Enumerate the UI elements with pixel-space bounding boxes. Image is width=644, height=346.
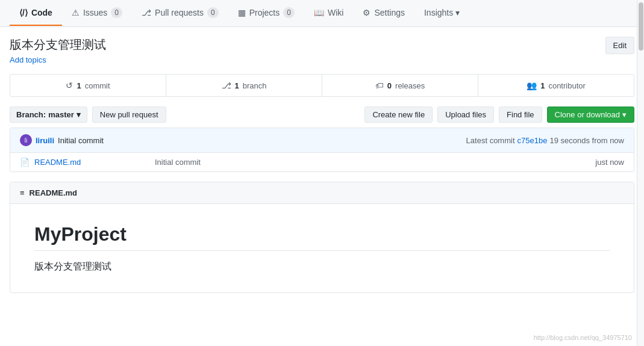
branches-icon: ⎇ [222, 81, 231, 90]
releases-count: 0 [387, 81, 392, 90]
branches-label: branch [243, 81, 267, 90]
avatar: li [20, 134, 32, 146]
stat-branches[interactable]: ⎇ 1 branch [166, 75, 322, 96]
stats-bar: ↺ 1 commit ⎇ 1 branch 🏷 0 releases 👥 1 c… [10, 74, 634, 97]
file-time: just now [595, 158, 624, 167]
pull-requests-icon: ⎇ [142, 8, 151, 17]
projects-badge: 0 [283, 7, 295, 18]
new-pull-request-button[interactable]: New pull request [92, 107, 166, 123]
action-bar: Branch: master ▾ New pull request Create… [0, 102, 644, 128]
stat-releases[interactable]: 🏷 0 releases [322, 75, 478, 96]
code-icon: ⟨/⟩ [19, 8, 28, 17]
contributors-label: contributor [548, 81, 585, 90]
releases-icon: 🏷 [375, 81, 384, 90]
commit-hash[interactable]: c75e1be [517, 136, 548, 145]
branch-name: master [48, 110, 74, 119]
issues-icon: ⚠ [72, 8, 80, 17]
action-left: Branch: master ▾ New pull request [10, 107, 166, 123]
action-right: Create new file Upload files Find file C… [364, 107, 634, 123]
commits-label: commit [85, 81, 110, 90]
branch-selector[interactable]: Branch: master ▾ [10, 107, 87, 123]
file-table: li liruili Initial commit Latest commit … [10, 128, 634, 172]
readme-box: ≡ README.md MyProject 版本分支管理测试 [10, 182, 634, 293]
repo-header: 版本分支管理测试 Add topics Edit [0, 27, 644, 69]
find-file-button[interactable]: Find file [499, 107, 542, 123]
clone-or-download-button[interactable]: Clone or download ▾ [547, 107, 634, 123]
tab-insights[interactable]: Insights ▾ [414, 1, 469, 26]
projects-icon: ▦ [238, 8, 246, 17]
add-topics-link[interactable]: Add topics [10, 55, 106, 64]
readme-filename: README.md [30, 188, 77, 197]
commit-message: Initial commit [58, 136, 104, 145]
pull-requests-badge: 0 [207, 7, 219, 18]
commit-info: li liruili Initial commit [20, 134, 461, 146]
issues-badge: 0 [111, 7, 122, 18]
repo-title: 版本分支管理测试 [10, 37, 106, 53]
tab-issues[interactable]: ⚠ Issues 0 [62, 0, 132, 26]
tab-code[interactable]: ⟨/⟩ Code [10, 1, 62, 26]
commits-count: 1 [77, 81, 81, 90]
contributors-icon: 👥 [527, 81, 537, 90]
releases-label: releases [395, 81, 425, 90]
readme-icon: ≡ [20, 188, 25, 197]
table-row: 📄 README.md Initial commit just now [10, 153, 634, 171]
tab-pull-requests[interactable]: ⎇ Pull requests 0 [132, 0, 228, 26]
settings-icon: ⚙ [363, 8, 370, 17]
readme-heading: MyProject [34, 223, 610, 251]
tab-settings[interactable]: ⚙ Settings [353, 1, 414, 26]
branch-label: Branch: [16, 110, 46, 119]
scrollbar[interactable] [637, 0, 644, 303]
repo-info: 版本分支管理测试 Add topics [10, 37, 106, 64]
file-icon: 📄 [20, 158, 30, 167]
create-new-file-button[interactable]: Create new file [364, 107, 433, 123]
file-commit-msg: Initial commit [155, 158, 595, 167]
upload-files-button[interactable]: Upload files [437, 107, 494, 123]
tab-bar: ⟨/⟩ Code ⚠ Issues 0 ⎇ Pull requests 0 ▦ … [0, 0, 644, 27]
wiki-icon: 📖 [314, 8, 324, 17]
stat-commits[interactable]: ↺ 1 commit [10, 75, 166, 96]
edit-button[interactable]: Edit [605, 37, 634, 54]
chevron-down-icon: ▾ [622, 110, 627, 119]
stat-contributors[interactable]: 👥 1 contributor [478, 75, 634, 96]
scrollbar-thumb[interactable] [639, 2, 643, 51]
chevron-down-icon: ▾ [77, 110, 81, 119]
readme-body: MyProject 版本分支管理测试 [10, 204, 634, 292]
commits-icon: ↺ [66, 81, 73, 90]
tab-wiki[interactable]: 📖 Wiki [304, 1, 353, 26]
tab-projects[interactable]: ▦ Projects 0 [228, 0, 304, 26]
latest-commit-info: Latest commit c75e1be 19 seconds from no… [466, 136, 624, 145]
file-table-header: li liruili Initial commit Latest commit … [10, 128, 634, 153]
branches-count: 1 [235, 81, 239, 90]
file-name[interactable]: README.md [34, 158, 155, 167]
contributors-count: 1 [540, 81, 545, 90]
readme-content: 版本分支管理测试 [34, 261, 610, 273]
commit-author[interactable]: liruili [36, 136, 54, 145]
readme-header: ≡ README.md [10, 182, 634, 204]
